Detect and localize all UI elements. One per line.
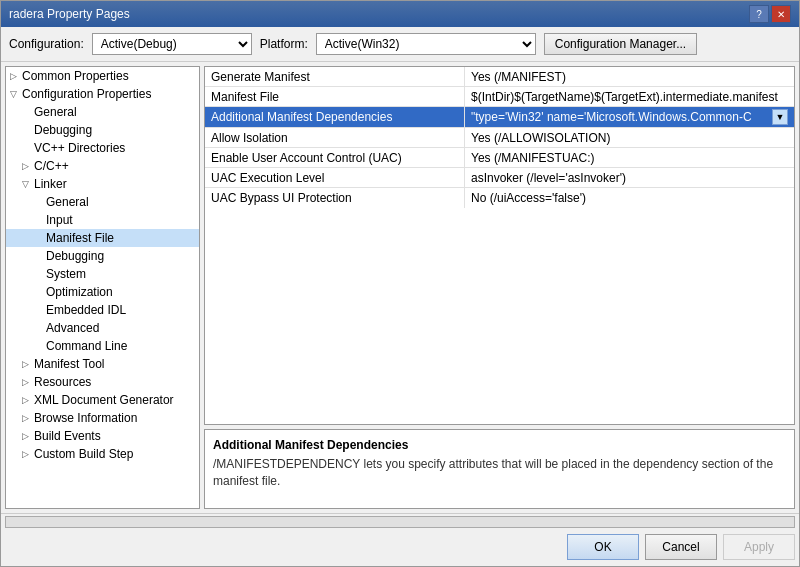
horizontal-scrollbar-area: [1, 513, 799, 530]
property-row-generate-manifest[interactable]: Generate ManifestYes (/MANIFEST): [205, 67, 794, 87]
tree-item-linker-advanced[interactable]: Advanced: [6, 319, 199, 337]
expand-arrow-icon: ▽: [10, 89, 20, 99]
property-value: asInvoker (/level='asInvoker'): [465, 168, 794, 187]
tree-item-label: Input: [46, 213, 195, 227]
property-name: Generate Manifest: [205, 67, 465, 86]
toolbar: Configuration: Active(Debug) Platform: A…: [1, 27, 799, 62]
cancel-button[interactable]: Cancel: [645, 534, 717, 560]
property-value: Yes (/ALLOWISOLATION): [465, 128, 794, 147]
property-name: Additional Manifest Dependencies: [205, 107, 465, 127]
expand-arrow-icon: ▷: [10, 71, 20, 81]
dropdown-button[interactable]: ▼: [772, 109, 788, 125]
tree-item-label: Optimization: [46, 285, 195, 299]
tree-item-linker-manifest[interactable]: Manifest File: [6, 229, 199, 247]
property-value-text: "type='Win32' name='Microsoft.Windows.Co…: [471, 110, 752, 124]
tree-item-linker-embedded-idl[interactable]: Embedded IDL: [6, 301, 199, 319]
expand-arrow-icon: ▷: [22, 449, 32, 459]
property-value[interactable]: "type='Win32' name='Microsoft.Windows.Co…: [465, 107, 794, 127]
tree-item-label: Browse Information: [34, 411, 195, 425]
tree-item-linker-system[interactable]: System: [6, 265, 199, 283]
config-manager-button[interactable]: Configuration Manager...: [544, 33, 697, 55]
property-value-text: No (/uiAccess='false'): [471, 191, 586, 205]
properties-table: Generate ManifestYes (/MANIFEST)Manifest…: [204, 66, 795, 425]
tree-item-label: Build Events: [34, 429, 195, 443]
configuration-select[interactable]: Active(Debug): [92, 33, 252, 55]
tree-item-label: Debugging: [46, 249, 195, 263]
property-row-manifest-file[interactable]: Manifest File$(IntDir)$(TargetName)$(Tar…: [205, 87, 794, 107]
apply-button[interactable]: Apply: [723, 534, 795, 560]
tree-item-general[interactable]: General: [6, 103, 199, 121]
tree-item-c-cpp[interactable]: ▷C/C++: [6, 157, 199, 175]
tree-item-linker-debugging[interactable]: Debugging: [6, 247, 199, 265]
tree-item-label: Debugging: [34, 123, 195, 137]
tree-item-xml-document-generator[interactable]: ▷XML Document Generator: [6, 391, 199, 409]
tree-item-label: Linker: [34, 177, 195, 191]
property-value-text: asInvoker (/level='asInvoker'): [471, 171, 626, 185]
tree-item-configuration-properties[interactable]: ▽Configuration Properties: [6, 85, 199, 103]
expand-arrow-icon: ▷: [22, 359, 32, 369]
bottom-buttons: OK Cancel Apply: [1, 530, 799, 566]
close-button[interactable]: ✕: [771, 5, 791, 23]
tree-panel: ▷Common Properties▽Configuration Propert…: [5, 66, 200, 509]
property-value: $(IntDir)$(TargetName)$(TargetExt).inter…: [465, 87, 794, 106]
tree-item-debugging[interactable]: Debugging: [6, 121, 199, 139]
tree-item-custom-build-step[interactable]: ▷Custom Build Step: [6, 445, 199, 463]
main-content: ▷Common Properties▽Configuration Propert…: [1, 62, 799, 513]
tree-item-label: VC++ Directories: [34, 141, 195, 155]
tree-item-linker[interactable]: ▽Linker: [6, 175, 199, 193]
tree-item-linker-command-line[interactable]: Command Line: [6, 337, 199, 355]
expand-arrow-icon: ▷: [22, 395, 32, 405]
property-row-enable-uac[interactable]: Enable User Account Control (UAC)Yes (/M…: [205, 148, 794, 168]
description-text: /MANIFESTDEPENDENCY lets you specify att…: [213, 456, 786, 490]
property-row-additional-manifest-deps[interactable]: Additional Manifest Dependencies"type='W…: [205, 107, 794, 128]
property-name: Enable User Account Control (UAC): [205, 148, 465, 167]
tree-item-vc-directories[interactable]: VC++ Directories: [6, 139, 199, 157]
property-row-allow-isolation[interactable]: Allow IsolationYes (/ALLOWISOLATION): [205, 128, 794, 148]
right-panel: Generate ManifestYes (/MANIFEST)Manifest…: [204, 66, 795, 509]
horizontal-scrollbar[interactable]: [5, 516, 795, 528]
tree-item-linker-input[interactable]: Input: [6, 211, 199, 229]
ok-button[interactable]: OK: [567, 534, 639, 560]
title-bar: radera Property Pages ? ✕: [1, 1, 799, 27]
expand-arrow-icon: ▷: [22, 377, 32, 387]
configuration-label: Configuration:: [9, 37, 84, 51]
tree-item-label: Advanced: [46, 321, 195, 335]
description-title: Additional Manifest Dependencies: [213, 438, 786, 452]
property-row-uac-execution-level[interactable]: UAC Execution LevelasInvoker (/level='as…: [205, 168, 794, 188]
help-button[interactable]: ?: [749, 5, 769, 23]
tree-item-label: General: [46, 195, 195, 209]
property-value-text: Yes (/ALLOWISOLATION): [471, 131, 610, 145]
tree-item-label: C/C++: [34, 159, 195, 173]
tree-item-label: XML Document Generator: [34, 393, 195, 407]
tree-item-label: Common Properties: [22, 69, 195, 83]
property-pages-dialog: radera Property Pages ? ✕ Configuration:…: [0, 0, 800, 567]
property-name: Allow Isolation: [205, 128, 465, 147]
property-value-text: $(IntDir)$(TargetName)$(TargetExt).inter…: [471, 90, 778, 104]
tree-item-label: General: [34, 105, 195, 119]
dialog-title: radera Property Pages: [9, 7, 130, 21]
property-value: Yes (/MANIFEST): [465, 67, 794, 86]
property-row-uac-bypass-ui[interactable]: UAC Bypass UI ProtectionNo (/uiAccess='f…: [205, 188, 794, 208]
tree-item-label: Manifest Tool: [34, 357, 195, 371]
tree-item-linker-general[interactable]: General: [6, 193, 199, 211]
tree-item-label: Command Line: [46, 339, 195, 353]
tree-item-resources[interactable]: ▷Resources: [6, 373, 199, 391]
property-value: Yes (/MANIFESTUAC:): [465, 148, 794, 167]
property-value-text: Yes (/MANIFESTUAC:): [471, 151, 595, 165]
tree-item-label: Embedded IDL: [46, 303, 195, 317]
property-name: UAC Bypass UI Protection: [205, 188, 465, 208]
description-panel: Additional Manifest Dependencies /MANIFE…: [204, 429, 795, 509]
expand-arrow-icon: ▷: [22, 413, 32, 423]
tree-item-linker-optimization[interactable]: Optimization: [6, 283, 199, 301]
expand-arrow-icon: ▷: [22, 161, 32, 171]
property-name: Manifest File: [205, 87, 465, 106]
tree-item-common-properties[interactable]: ▷Common Properties: [6, 67, 199, 85]
tree-item-browse-information[interactable]: ▷Browse Information: [6, 409, 199, 427]
platform-label: Platform:: [260, 37, 308, 51]
property-value-text: Yes (/MANIFEST): [471, 70, 566, 84]
tree-item-build-events[interactable]: ▷Build Events: [6, 427, 199, 445]
tree-item-label: Configuration Properties: [22, 87, 195, 101]
tree-item-manifest-tool[interactable]: ▷Manifest Tool: [6, 355, 199, 373]
platform-select[interactable]: Active(Win32): [316, 33, 536, 55]
property-name: UAC Execution Level: [205, 168, 465, 187]
